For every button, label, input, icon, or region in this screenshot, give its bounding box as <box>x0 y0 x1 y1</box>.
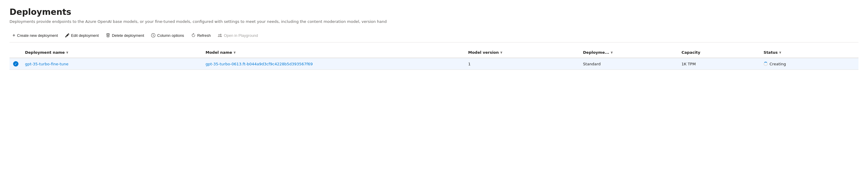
column-options-icon <box>151 33 155 37</box>
open-in-playground-button[interactable]: Open in Playground <box>215 32 261 39</box>
deployment-name-link[interactable]: gpt-35-turbo-fine-tune <box>25 62 68 66</box>
refresh-button[interactable]: Refresh <box>188 32 214 39</box>
status-label: Creating <box>770 62 786 66</box>
sort-icon-model-version: ∨ <box>500 50 503 54</box>
model-version-cell: 1 <box>465 58 579 70</box>
selected-check-icon: ✓ <box>13 61 19 67</box>
delete-deployment-button[interactable]: Delete deployment <box>103 32 147 39</box>
edit-deployment-button[interactable]: Edit deployment <box>62 32 102 39</box>
row-checkbox[interactable]: ✓ <box>9 58 22 70</box>
open-label: Open in Playground <box>224 33 258 38</box>
refresh-label: Refresh <box>197 33 211 38</box>
th-status[interactable]: Status ∨ <box>760 47 859 58</box>
th-model-name[interactable]: Model name ∨ <box>202 47 465 58</box>
sort-icon-model-name: ∨ <box>233 50 236 54</box>
sort-icon-deployment-type: ∨ <box>610 50 613 54</box>
creating-spinner <box>764 62 768 66</box>
create-new-deployment-button[interactable]: Create new deployment <box>9 31 61 40</box>
toolbar: Create new deployment Edit deployment De… <box>9 31 859 42</box>
delete-icon <box>106 33 110 37</box>
create-label: Create new deployment <box>17 33 58 38</box>
model-name-link[interactable]: gpt-35-turbo-0613.ft-b044a9d3cf9c4228b5d… <box>206 62 313 66</box>
page-container: Deployments Deployments provide endpoint… <box>0 0 868 77</box>
status-cell: Creating <box>760 58 859 70</box>
column-options-button[interactable]: Column options <box>148 32 187 39</box>
edit-label: Edit deployment <box>71 33 99 38</box>
th-deployment-name[interactable]: Deployment name ∨ <box>22 47 202 58</box>
page-title: Deployments <box>9 7 859 17</box>
th-model-version[interactable]: Model version ∨ <box>465 47 579 58</box>
deployments-table: Deployment name ∨ Model name ∨ Model ver… <box>9 47 859 70</box>
model-name-cell: gpt-35-turbo-0613.ft-b044a9d3cf9c4228b5d… <box>202 58 465 70</box>
plus-icon <box>12 33 15 38</box>
deployment-type-cell: Standard <box>579 58 678 70</box>
open-icon <box>218 33 222 37</box>
th-deployment-type[interactable]: Deployme... ∨ <box>579 47 678 58</box>
sort-icon-deployment-name: ∨ <box>66 50 69 54</box>
column-label: Column options <box>157 33 184 38</box>
delete-label: Delete deployment <box>112 33 144 38</box>
table-row[interactable]: ✓gpt-35-turbo-fine-tunegpt-35-turbo-0613… <box>9 58 859 70</box>
th-checkbox <box>9 47 22 58</box>
edit-icon <box>65 33 69 37</box>
th-capacity: Capacity <box>678 47 760 58</box>
refresh-icon <box>191 33 195 37</box>
status-creating: Creating <box>764 62 855 66</box>
page-description: Deployments provide endpoints to the Azu… <box>9 19 859 24</box>
sort-icon-status: ∨ <box>779 50 782 54</box>
capacity-cell: 1K TPM <box>678 58 760 70</box>
deployment-name-cell: gpt-35-turbo-fine-tune <box>22 58 202 70</box>
